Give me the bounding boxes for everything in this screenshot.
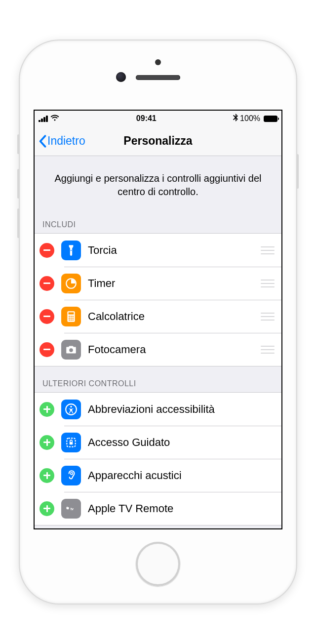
svg-point-14 <box>70 405 72 407</box>
accessibility-icon <box>61 400 81 419</box>
remove-button[interactable] <box>40 276 54 291</box>
reorder-handle[interactable] <box>261 313 275 321</box>
row-apple-tv-remote[interactable]: tv Apple TV Remote <box>35 492 281 525</box>
sensor-dot <box>155 59 161 65</box>
reorder-handle[interactable] <box>261 346 275 354</box>
wifi-icon <box>50 114 60 123</box>
row-label: Apple TV Remote <box>88 502 275 515</box>
section-header-include: INCLUDI <box>35 215 281 233</box>
row-label: Calcolatrice <box>88 310 261 323</box>
iphone-device-frame: 09:41 100% Indietro Personalizza Aggiung… <box>20 40 296 604</box>
guided-access-icon <box>61 433 81 452</box>
reorder-handle[interactable] <box>261 280 275 287</box>
remove-button[interactable] <box>40 309 54 324</box>
status-bar: 09:41 100% <box>35 111 281 126</box>
flashlight-icon <box>61 241 81 260</box>
row-label: Apparecchi acustici <box>88 469 275 482</box>
power-button <box>296 154 299 189</box>
back-label: Indietro <box>47 134 85 148</box>
appletv-icon: tv <box>61 499 81 519</box>
add-button[interactable] <box>40 468 54 483</box>
svg-point-17 <box>71 472 73 474</box>
battery-icon <box>262 116 277 122</box>
row-timer[interactable]: Timer <box>35 267 281 300</box>
status-time: 09:41 <box>136 114 157 123</box>
row-label: Abbreviazioni accessibilità <box>88 403 275 416</box>
cellular-signal-icon <box>39 115 48 122</box>
svg-point-8 <box>72 317 74 319</box>
row-fotocamera[interactable]: Fotocamera <box>35 333 281 366</box>
include-list: Torcia Timer Calcolatrice <box>35 233 281 366</box>
battery-percentage: 100% <box>240 114 260 123</box>
svg-point-11 <box>72 319 74 321</box>
mute-switch <box>17 134 20 154</box>
svg-rect-16 <box>70 442 73 444</box>
row-torcia[interactable]: Torcia <box>35 234 281 267</box>
svg-point-3 <box>69 316 70 317</box>
svg-point-5 <box>72 316 74 317</box>
svg-point-9 <box>69 319 70 321</box>
remove-button[interactable] <box>40 243 54 258</box>
volume-down-button <box>17 208 20 238</box>
svg-point-7 <box>71 317 72 319</box>
calculator-icon <box>61 307 81 326</box>
svg-point-10 <box>71 319 72 321</box>
more-list: Abbreviazioni accessibilità Accesso Guid… <box>35 392 281 525</box>
svg-point-12 <box>69 348 73 352</box>
navigation-bar: Indietro Personalizza <box>35 126 281 156</box>
row-label: Accesso Guidato <box>88 436 275 449</box>
bluetooth-icon <box>233 114 238 123</box>
svg-text:tv: tv <box>71 507 74 511</box>
camera-icon <box>61 340 81 360</box>
front-camera <box>116 72 126 82</box>
add-button[interactable] <box>40 402 54 417</box>
hearing-icon <box>61 466 81 485</box>
timer-icon <box>61 274 81 293</box>
row-apparecchi-acustici[interactable]: Apparecchi acustici <box>35 459 281 492</box>
row-calcolatrice[interactable]: Calcolatrice <box>35 300 281 333</box>
row-label: Timer <box>88 277 261 290</box>
svg-point-6 <box>69 317 70 319</box>
reorder-handle[interactable] <box>261 246 275 254</box>
svg-rect-2 <box>69 312 74 314</box>
add-button[interactable] <box>40 435 54 450</box>
remove-button[interactable] <box>40 342 54 357</box>
back-button[interactable]: Indietro <box>39 134 85 148</box>
svg-point-4 <box>71 316 72 317</box>
row-accessibilita[interactable]: Abbreviazioni accessibilità <box>35 393 281 426</box>
intro-text: Aggiungi e personalizza i controlli aggi… <box>35 156 281 215</box>
volume-up-button <box>17 169 20 199</box>
add-button[interactable] <box>40 501 54 516</box>
earpiece-speaker <box>136 75 180 80</box>
home-button[interactable] <box>136 542 180 586</box>
row-label: Fotocamera <box>88 343 261 356</box>
row-accesso-guidato[interactable]: Accesso Guidato <box>35 426 281 459</box>
screen: 09:41 100% Indietro Personalizza Aggiung… <box>34 110 282 529</box>
section-header-more: ULTERIORI CONTROLLI <box>35 366 281 392</box>
row-label: Torcia <box>88 244 261 257</box>
